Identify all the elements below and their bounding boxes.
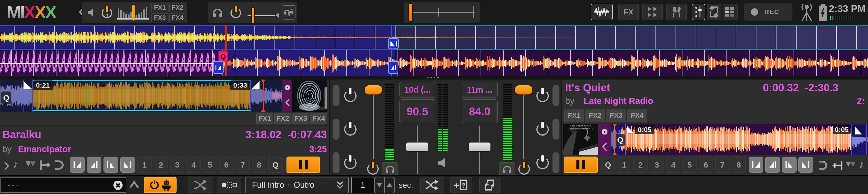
deck1-album-art[interactable]: [292, 80, 327, 112]
deck2-intro-end-button[interactable]: [765, 157, 780, 172]
deck2-fx3-button[interactable]: FX3: [606, 109, 626, 122]
deck1-hotcue-2[interactable]: 2: [154, 157, 168, 172]
deck2-beatjump-triangles-icon[interactable]: ▼▼: [844, 159, 853, 169]
deck1-overview[interactable]: 0:21 0:33 Q: [0, 80, 282, 112]
autodj-enable-button[interactable]: [144, 177, 177, 193]
deck2-fx2-button[interactable]: FX2: [585, 109, 605, 122]
deck1-key-note-icon[interactable]: ♪: [13, 158, 19, 170]
deck1-eq-high-knob[interactable]: [344, 90, 356, 102]
shuffle-button[interactable]: [420, 177, 444, 193]
deck2-quantize-button[interactable]: Q: [601, 157, 615, 172]
deck1-fx2-button[interactable]: FX2: [274, 113, 291, 124]
deck2-hotcue-7[interactable]: 7: [715, 157, 730, 172]
deck2-hotcue-4[interactable]: 4: [666, 157, 680, 172]
deck2-cue-marker[interactable]: Q: [218, 51, 228, 62]
maximize-library-chevron-icon[interactable]: [129, 180, 140, 190]
eject-icon[interactable]: [284, 85, 290, 90]
waveform-view-button[interactable]: [591, 4, 613, 20]
deck1-beatgrid-icon[interactable]: [39, 159, 52, 171]
deck2-hotcue-5[interactable]: 5: [682, 157, 697, 172]
deck2-hotcue-1[interactable]: 1: [617, 157, 631, 172]
microphones-button[interactable]: [666, 4, 687, 20]
deck2-intro-start-button[interactable]: [749, 157, 763, 172]
deck1-hotcue-1[interactable]: 1: [137, 157, 152, 172]
deck1-eq-low-kill[interactable]: [333, 152, 340, 173]
deck1-hotcue-5[interactable]: 5: [203, 157, 217, 172]
collapse-deck-chevron-icon[interactable]: [601, 142, 607, 151]
deck2-fx1-button[interactable]: FX1: [564, 109, 584, 122]
deck2-intro-end-marker[interactable]: [388, 61, 398, 74]
mic-gain-knob[interactable]: 1: [102, 8, 112, 18]
deck1-hotcue-3[interactable]: 3: [170, 157, 184, 172]
transition-seconds-field[interactable]: 1: [351, 177, 374, 193]
autodj-fade-now-button[interactable]: [188, 177, 213, 193]
headphone-gain-knob[interactable]: [230, 8, 241, 18]
deck2-pfl-button[interactable]: [499, 162, 515, 176]
seconds-decrement-button[interactable]: [374, 177, 384, 193]
deck1-fx3-button[interactable]: FX3: [292, 113, 309, 124]
deck2-filter-knob[interactable]: [518, 163, 530, 175]
deck2-intro-start-marker[interactable]: [213, 61, 223, 74]
transition-mode-dropdown[interactable]: Full Intro + Outro: [245, 177, 349, 193]
deck2-key-note-icon[interactable]: ♪: [859, 158, 864, 170]
repeat-playlist-button[interactable]: [479, 177, 500, 193]
deck1-quantize-button[interactable]: Q: [268, 157, 283, 172]
deck2-eq-high-kill[interactable]: [553, 85, 559, 106]
deck1-key-display[interactable]: 10d (...: [399, 82, 435, 98]
clear-search-icon[interactable]: [113, 180, 123, 190]
deck1-eq-mid-knob[interactable]: [344, 123, 356, 135]
deck1-hotcue-6[interactable]: 6: [219, 157, 234, 172]
deck1-volume-fader-handle[interactable]: [364, 85, 383, 95]
deck2-volume-fader-handle[interactable]: [514, 85, 533, 95]
deck1-eq-high-kill[interactable]: [333, 85, 340, 106]
deck2-eq-mid-knob[interactable]: [536, 123, 549, 135]
deck2-hotcue-3[interactable]: 3: [650, 157, 664, 172]
deck1-pitch-fader-handle[interactable]: [406, 142, 429, 152]
crossfader-handle[interactable]: [408, 3, 413, 22]
deck2-eq-high-knob[interactable]: [536, 90, 549, 102]
deck1-outro-end-button[interactable]: [120, 157, 135, 172]
broadcast-antenna-icon[interactable]: [798, 2, 815, 23]
deck1-beatjump-triangles-icon[interactable]: ▼▼: [24, 159, 33, 168]
seconds-increment-button[interactable]: [384, 177, 395, 193]
deck1-outro-start-button[interactable]: [103, 157, 118, 172]
deck2-album-art[interactable]: Late Night Radio Vinyl Restoration Vol. …: [563, 124, 598, 155]
search-input[interactable]: [7, 178, 105, 193]
search-box[interactable]: [0, 178, 126, 193]
collapse-deck-chevron-icon[interactable]: [285, 99, 290, 107]
deck2-overview[interactable]: Q 0:05 0:05: [611, 124, 868, 155]
mic-fx4-button[interactable]: FX4: [169, 13, 186, 23]
deck1-waveform[interactable]: [0, 25, 868, 50]
deck2-eq-low-knob[interactable]: [536, 157, 549, 169]
mic-fx2-button[interactable]: FX2: [169, 3, 186, 12]
effects-button[interactable]: FX: [618, 4, 639, 20]
deck2-eq-low-kill[interactable]: [553, 152, 559, 173]
loop-panel-button[interactable]: [707, 4, 721, 20]
deck1-outro-end-marker[interactable]: [388, 38, 399, 49]
mic-fx3-button[interactable]: FX3: [151, 13, 168, 23]
deck1-eq-low-knob[interactable]: [344, 157, 356, 169]
deck2-key-display[interactable]: 11m ...: [462, 82, 498, 98]
deck2-hotcue-2[interactable]: 2: [633, 157, 648, 172]
deck1-eq-mid-kill[interactable]: [333, 119, 340, 140]
samplers-button[interactable]: [642, 4, 663, 20]
record-button[interactable]: REC: [744, 3, 793, 21]
splitter-handle-icon[interactable]: [427, 77, 439, 78]
deck2-outro-start-button[interactable]: [782, 157, 797, 172]
add-random-track-button[interactable]: ?: [450, 177, 472, 193]
deck1-bpm-display[interactable]: 90.5: [399, 99, 435, 123]
deck1-intro-end-button[interactable]: [87, 157, 101, 172]
deck1-fx4-button[interactable]: FX4: [310, 113, 327, 124]
deck2-hotcue-6[interactable]: 6: [699, 157, 713, 172]
deck1-expand-chevron-icon[interactable]: [3, 161, 10, 170]
deck1-intro-start-button[interactable]: [70, 157, 85, 172]
headphone-mix-slider[interactable]: [248, 7, 280, 21]
deck2-pitch-fader-handle[interactable]: [468, 142, 491, 152]
eject-icon[interactable]: [601, 128, 608, 135]
deck2-beatgrid-icon[interactable]: [831, 160, 843, 171]
deck1-volume-fader-track[interactable]: [373, 92, 374, 159]
deck2-bpm-display[interactable]: 84.0: [462, 99, 498, 123]
deck1-filter-knob[interactable]: [367, 163, 379, 175]
deck2-fx4-button[interactable]: FX4: [627, 109, 647, 122]
deck1-hotcue-4[interactable]: 4: [186, 157, 201, 172]
